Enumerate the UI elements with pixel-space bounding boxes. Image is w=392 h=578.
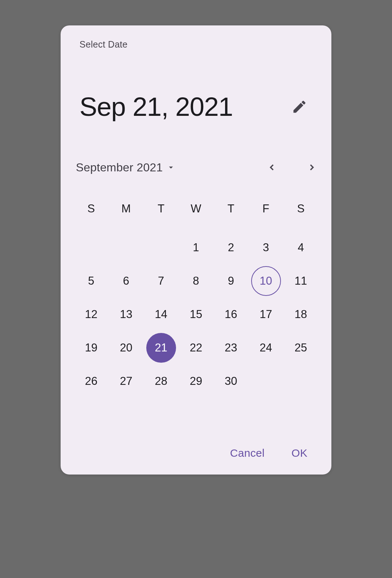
day-number: 11: [286, 266, 316, 296]
ok-button[interactable]: OK: [289, 443, 310, 464]
day-cell[interactable]: 19: [74, 333, 109, 363]
day-number: 16: [216, 300, 246, 329]
day-cell[interactable]: 20: [109, 333, 143, 363]
day-cell[interactable]: 3: [248, 233, 283, 262]
day-cell-empty: [74, 233, 109, 262]
chevron-right-icon: [307, 162, 317, 172]
day-number: 10: [251, 266, 281, 296]
day-cell[interactable]: 16: [213, 300, 248, 329]
day-number: 9: [216, 266, 246, 296]
day-cell[interactable]: 11: [283, 266, 318, 296]
day-number: 1: [181, 233, 211, 262]
day-cell[interactable]: 8: [179, 266, 213, 296]
days-grid: 1234567891011121314151617181920212223242…: [74, 233, 318, 396]
day-number: 23: [216, 333, 246, 363]
day-cell[interactable]: 27: [109, 366, 143, 396]
day-cell[interactable]: 2: [213, 233, 248, 262]
day-cell[interactable]: 5: [74, 266, 109, 296]
day-number: 2: [216, 233, 246, 262]
selected-date-display: Sep 21, 2021: [79, 91, 233, 122]
day-cell[interactable]: 6: [109, 266, 143, 296]
day-cell[interactable]: 18: [283, 300, 318, 329]
day-number: 7: [146, 266, 176, 296]
day-number: 30: [216, 366, 246, 396]
day-number: 28: [146, 366, 176, 396]
chevron-left-icon: [267, 162, 277, 172]
day-cell[interactable]: 26: [74, 366, 109, 396]
day-number: 22: [181, 333, 211, 363]
day-number: 15: [181, 300, 211, 329]
day-number: 3: [251, 233, 281, 262]
prev-month-button[interactable]: [262, 158, 281, 177]
day-cell[interactable]: 13: [109, 300, 143, 329]
day-cell[interactable]: 1: [179, 233, 213, 262]
cancel-button[interactable]: Cancel: [227, 443, 268, 464]
dialog-title: Select Date: [61, 39, 331, 50]
day-cell[interactable]: 9: [213, 266, 248, 296]
weekday-label: S: [74, 202, 109, 215]
day-number: 12: [76, 300, 106, 329]
next-month-button[interactable]: [302, 158, 321, 177]
day-number: 19: [76, 333, 106, 363]
month-nav-arrows: [262, 158, 321, 177]
day-cell[interactable]: 29: [179, 366, 213, 396]
calendar-grid: S M T W T F S 12345678910111213141516171…: [61, 202, 331, 396]
day-cell[interactable]: 17: [248, 300, 283, 329]
day-cell[interactable]: 23: [213, 333, 248, 363]
day-number: 6: [111, 266, 141, 296]
weekday-label: F: [248, 202, 283, 215]
day-cell[interactable]: 30: [213, 366, 248, 396]
weekday-label: S: [283, 202, 318, 215]
weekday-header-row: S M T W T F S: [74, 202, 318, 215]
weekday-label: W: [179, 202, 213, 215]
day-number: 27: [111, 366, 141, 396]
day-number: 13: [111, 300, 141, 329]
month-year-label: September 2021: [76, 161, 163, 174]
day-cell[interactable]: 14: [144, 300, 179, 329]
day-number: 24: [251, 333, 281, 363]
day-number: 4: [286, 233, 316, 262]
day-number: 29: [181, 366, 211, 396]
weekday-label: M: [109, 202, 143, 215]
day-cell[interactable]: 25: [283, 333, 318, 363]
day-number: 21: [146, 333, 176, 363]
edit-icon[interactable]: [291, 99, 307, 115]
day-number: 5: [76, 266, 106, 296]
chevron-down-icon: [166, 163, 176, 172]
day-number: 8: [181, 266, 211, 296]
day-cell-empty: [144, 233, 179, 262]
month-year-selector[interactable]: September 2021: [76, 161, 176, 174]
day-cell[interactable]: 15: [179, 300, 213, 329]
day-cell[interactable]: 7: [144, 266, 179, 296]
dialog-actions: Cancel OK: [61, 443, 331, 464]
day-number: 17: [251, 300, 281, 329]
month-nav-row: September 2021: [61, 158, 331, 177]
day-number: 18: [286, 300, 316, 329]
weekday-label: T: [213, 202, 248, 215]
day-cell[interactable]: 21: [144, 333, 179, 363]
day-cell-empty: [109, 233, 143, 262]
day-cell[interactable]: 28: [144, 366, 179, 396]
day-number: 26: [76, 366, 106, 396]
weekday-label: T: [144, 202, 179, 215]
day-cell[interactable]: 22: [179, 333, 213, 363]
day-number: 25: [286, 333, 316, 363]
day-cell[interactable]: 4: [283, 233, 318, 262]
selected-date-row: Sep 21, 2021: [61, 91, 331, 122]
date-picker-dialog: Select Date Sep 21, 2021 September 2021: [61, 25, 331, 475]
day-cell[interactable]: 12: [74, 300, 109, 329]
day-cell[interactable]: 10: [248, 266, 283, 296]
day-number: 14: [146, 300, 176, 329]
day-cell[interactable]: 24: [248, 333, 283, 363]
day-number: 20: [111, 333, 141, 363]
